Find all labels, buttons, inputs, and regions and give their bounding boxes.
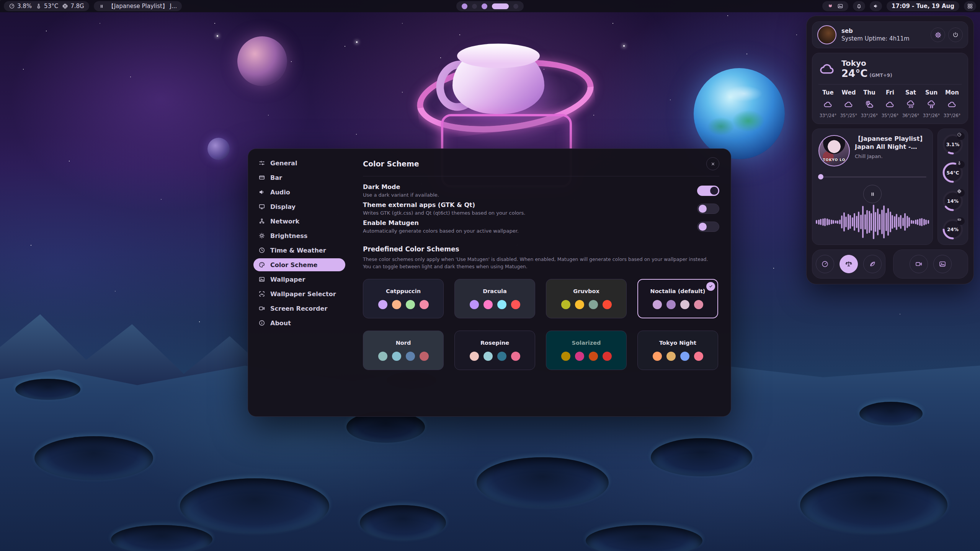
waveform-bar bbox=[879, 214, 880, 230]
waveform-bar bbox=[881, 210, 883, 234]
power-button[interactable] bbox=[948, 28, 963, 42]
waveform-bar bbox=[856, 216, 858, 228]
sidebar-item-audio[interactable]: Audio bbox=[253, 186, 345, 199]
close-button[interactable] bbox=[706, 157, 719, 170]
sidebar-item-bar[interactable]: Bar bbox=[253, 171, 345, 184]
system-monitor-card: 3.1% 54°C 14% 24% bbox=[938, 129, 968, 245]
cat-icon[interactable] bbox=[827, 3, 833, 9]
waveform-bar bbox=[928, 220, 929, 224]
volume-button[interactable] bbox=[870, 1, 882, 11]
settings-window: GeneralBarAudioDisplayNetworkBrightnessT… bbox=[248, 148, 731, 417]
sidebar-item-general[interactable]: General bbox=[253, 156, 345, 170]
waveform-bar bbox=[877, 209, 879, 235]
waveform-bar bbox=[822, 218, 824, 226]
color-swatch bbox=[406, 300, 415, 309]
scheme-card-solarized[interactable]: Solarized bbox=[546, 331, 627, 370]
waveform-bar bbox=[902, 218, 904, 226]
sidebar-item-wallpaper[interactable]: Wallpaper bbox=[253, 273, 345, 286]
color-swatch bbox=[603, 300, 612, 309]
waveform-bar bbox=[919, 218, 921, 226]
forecast-temps: 33°/26° bbox=[861, 113, 878, 118]
seek-knob[interactable] bbox=[818, 174, 823, 179]
waveform-bar bbox=[885, 213, 887, 231]
uptime-label: System Uptime: 4h11m bbox=[841, 35, 910, 42]
album-art-caption: TOKYO LO bbox=[819, 158, 849, 162]
pause-button[interactable] bbox=[863, 185, 882, 203]
image-icon[interactable] bbox=[837, 3, 843, 9]
scheme-card-nord[interactable]: Nord bbox=[363, 331, 444, 370]
app-launcher-button[interactable] bbox=[964, 1, 976, 11]
workspace-4-active[interactable] bbox=[492, 3, 509, 9]
forecast-day-label: Thu bbox=[863, 89, 875, 96]
notifications-button[interactable] bbox=[853, 1, 865, 11]
color-swatch bbox=[406, 352, 415, 361]
setting-label: Dark Mode bbox=[363, 183, 439, 191]
media-pill[interactable]: 【Japanese Playlist】 J... bbox=[94, 1, 182, 11]
stat-value: 7.8G bbox=[70, 3, 84, 10]
sidebar-item-screen-recorder[interactable]: Screen Recorder bbox=[253, 302, 345, 315]
forecast-day-wed: Wed35°/25° bbox=[839, 89, 858, 118]
sidebar-item-wallpaper-selector[interactable]: Wallpaper Selector bbox=[253, 287, 345, 300]
color-swatch bbox=[420, 300, 429, 309]
gauge-icon-badge bbox=[957, 189, 965, 197]
track-artist: Chill Japan. bbox=[855, 153, 926, 159]
chip-icon bbox=[62, 3, 68, 9]
scheme-card-catppuccin[interactable]: Catppuccin bbox=[363, 279, 444, 318]
waveform-bar bbox=[887, 208, 889, 236]
cloud-icon bbox=[844, 99, 854, 109]
color-swatch bbox=[561, 300, 570, 309]
toggle-enable-matugen[interactable] bbox=[697, 222, 719, 232]
scheme-card-gruvbox[interactable]: Gruvbox bbox=[546, 279, 627, 318]
sidebar-item-brightness[interactable]: Brightness bbox=[253, 229, 345, 242]
workspace-1-occupied[interactable] bbox=[462, 3, 467, 9]
crater bbox=[800, 476, 947, 534]
power-profiles-card bbox=[812, 249, 885, 279]
scheme-card-noctalia-default-[interactable]: Noctalia (default) bbox=[637, 279, 718, 318]
settings-button[interactable] bbox=[931, 28, 945, 42]
screen-recorder-button[interactable] bbox=[910, 255, 928, 273]
system-tray[interactable] bbox=[822, 1, 848, 11]
scheme-card-rosepine[interactable]: Rosepine bbox=[454, 331, 535, 370]
sidebar-item-time-weather[interactable]: Time & Weather bbox=[253, 244, 345, 257]
display-icon bbox=[258, 203, 265, 210]
sidebar-item-about[interactable]: About bbox=[253, 316, 345, 329]
waveform-bar bbox=[820, 219, 822, 225]
seek-bar[interactable] bbox=[818, 174, 926, 179]
waveform-bar bbox=[906, 216, 908, 228]
waveform-bar bbox=[894, 216, 895, 228]
scheme-card-tokyo-night[interactable]: Tokyo Night bbox=[637, 331, 718, 370]
forecast-temps: 33°/26° bbox=[923, 113, 940, 118]
waveform-bar bbox=[911, 220, 912, 224]
crater bbox=[651, 438, 752, 476]
waveform-bar bbox=[913, 220, 914, 224]
waveform-bar bbox=[890, 212, 891, 232]
workspace-indicator[interactable] bbox=[456, 1, 524, 11]
clock-icon bbox=[258, 247, 265, 254]
system-stats-pill[interactable]: 3.8%53°C7.8G bbox=[4, 1, 89, 11]
waveform-bar bbox=[837, 220, 838, 224]
forecast-temps: 36°/26° bbox=[902, 113, 920, 118]
workspace-2-empty[interactable] bbox=[472, 4, 477, 9]
scheme-card-dracula[interactable]: Dracula bbox=[454, 279, 535, 318]
scheme-name: Gruvbox bbox=[573, 288, 599, 294]
bell-icon bbox=[856, 3, 862, 9]
toggle-dark-mode[interactable] bbox=[697, 186, 719, 196]
power-profile-balanced-button[interactable] bbox=[840, 255, 858, 273]
scheme-name: Solarized bbox=[572, 340, 601, 346]
sidebar-item-display[interactable]: Display bbox=[253, 200, 345, 213]
wallpaper-button[interactable] bbox=[933, 255, 952, 273]
workspace-3-occupied[interactable] bbox=[482, 3, 487, 9]
workspace-5-empty[interactable] bbox=[513, 4, 518, 9]
waveform-bar bbox=[925, 220, 927, 225]
crater bbox=[360, 505, 446, 540]
waveform-bar bbox=[866, 210, 868, 234]
bar-icon bbox=[258, 174, 265, 181]
power-profile-performance-button[interactable] bbox=[816, 255, 834, 273]
sidebar-item-label: Display bbox=[270, 203, 296, 210]
clock-pill[interactable]: 17:09 - Tue, 19 Aug bbox=[887, 1, 959, 11]
sidebar-item-network[interactable]: Network bbox=[253, 215, 345, 228]
bright-star bbox=[217, 35, 218, 37]
toggle-theme-external-apps-gtk-qt-[interactable] bbox=[697, 204, 719, 214]
power-profile-power-saver-button[interactable] bbox=[863, 255, 882, 273]
sidebar-item-color-scheme[interactable]: Color Scheme bbox=[253, 258, 345, 271]
